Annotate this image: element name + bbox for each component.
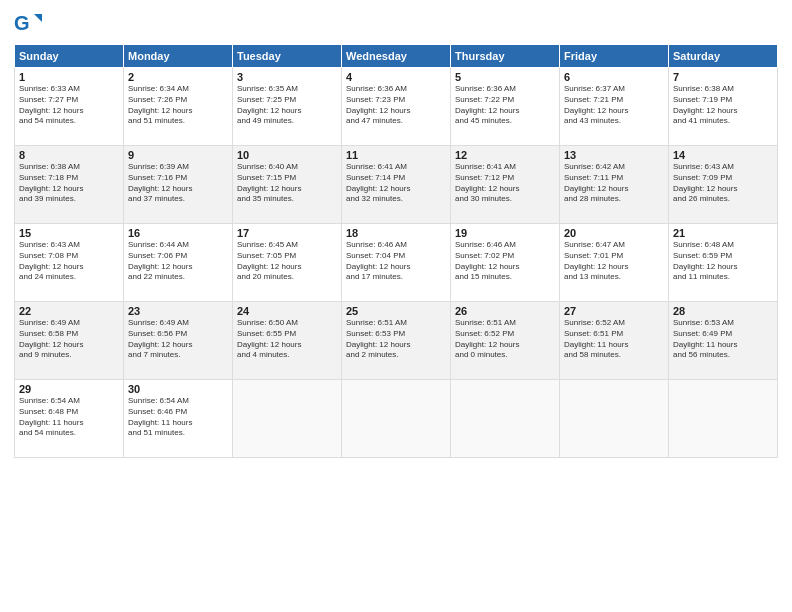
day-number: 26 [455, 305, 555, 317]
calendar-cell [233, 380, 342, 458]
day-number: 7 [673, 71, 773, 83]
calendar-cell: 2Sunrise: 6:34 AMSunset: 7:26 PMDaylight… [124, 68, 233, 146]
day-info: Sunrise: 6:53 AMSunset: 6:49 PMDaylight:… [673, 318, 773, 361]
weekday-header-friday: Friday [560, 45, 669, 68]
day-info: Sunrise: 6:36 AMSunset: 7:23 PMDaylight:… [346, 84, 446, 127]
day-info: Sunrise: 6:50 AMSunset: 6:55 PMDaylight:… [237, 318, 337, 361]
svg-marker-1 [34, 14, 42, 22]
calendar-cell [669, 380, 778, 458]
day-number: 16 [128, 227, 228, 239]
day-info: Sunrise: 6:41 AMSunset: 7:12 PMDaylight:… [455, 162, 555, 205]
day-number: 14 [673, 149, 773, 161]
day-info: Sunrise: 6:41 AMSunset: 7:14 PMDaylight:… [346, 162, 446, 205]
day-number: 9 [128, 149, 228, 161]
day-info: Sunrise: 6:54 AMSunset: 6:48 PMDaylight:… [19, 396, 119, 439]
calendar-cell: 17Sunrise: 6:45 AMSunset: 7:05 PMDayligh… [233, 224, 342, 302]
day-info: Sunrise: 6:46 AMSunset: 7:04 PMDaylight:… [346, 240, 446, 283]
day-info: Sunrise: 6:36 AMSunset: 7:22 PMDaylight:… [455, 84, 555, 127]
svg-text:G: G [14, 12, 30, 34]
calendar-cell: 23Sunrise: 6:49 AMSunset: 6:56 PMDayligh… [124, 302, 233, 380]
calendar-table: SundayMondayTuesdayWednesdayThursdayFrid… [14, 44, 778, 458]
day-info: Sunrise: 6:38 AMSunset: 7:19 PMDaylight:… [673, 84, 773, 127]
day-number: 19 [455, 227, 555, 239]
day-info: Sunrise: 6:33 AMSunset: 7:27 PMDaylight:… [19, 84, 119, 127]
calendar-cell: 16Sunrise: 6:44 AMSunset: 7:06 PMDayligh… [124, 224, 233, 302]
page-header: G [14, 10, 778, 38]
day-number: 11 [346, 149, 446, 161]
weekday-header-row: SundayMondayTuesdayWednesdayThursdayFrid… [15, 45, 778, 68]
day-number: 23 [128, 305, 228, 317]
day-number: 28 [673, 305, 773, 317]
calendar-week-4: 22Sunrise: 6:49 AMSunset: 6:58 PMDayligh… [15, 302, 778, 380]
day-info: Sunrise: 6:54 AMSunset: 6:46 PMDaylight:… [128, 396, 228, 439]
calendar-cell: 10Sunrise: 6:40 AMSunset: 7:15 PMDayligh… [233, 146, 342, 224]
weekday-header-monday: Monday [124, 45, 233, 68]
calendar-cell: 1Sunrise: 6:33 AMSunset: 7:27 PMDaylight… [15, 68, 124, 146]
day-number: 12 [455, 149, 555, 161]
weekday-header-thursday: Thursday [451, 45, 560, 68]
calendar-week-3: 15Sunrise: 6:43 AMSunset: 7:08 PMDayligh… [15, 224, 778, 302]
calendar-cell: 5Sunrise: 6:36 AMSunset: 7:22 PMDaylight… [451, 68, 560, 146]
calendar-week-1: 1Sunrise: 6:33 AMSunset: 7:27 PMDaylight… [15, 68, 778, 146]
day-info: Sunrise: 6:38 AMSunset: 7:18 PMDaylight:… [19, 162, 119, 205]
calendar-cell: 20Sunrise: 6:47 AMSunset: 7:01 PMDayligh… [560, 224, 669, 302]
day-number: 15 [19, 227, 119, 239]
day-number: 30 [128, 383, 228, 395]
day-info: Sunrise: 6:49 AMSunset: 6:58 PMDaylight:… [19, 318, 119, 361]
calendar-cell: 7Sunrise: 6:38 AMSunset: 7:19 PMDaylight… [669, 68, 778, 146]
day-info: Sunrise: 6:51 AMSunset: 6:53 PMDaylight:… [346, 318, 446, 361]
day-info: Sunrise: 6:45 AMSunset: 7:05 PMDaylight:… [237, 240, 337, 283]
calendar-cell: 6Sunrise: 6:37 AMSunset: 7:21 PMDaylight… [560, 68, 669, 146]
day-info: Sunrise: 6:42 AMSunset: 7:11 PMDaylight:… [564, 162, 664, 205]
day-number: 29 [19, 383, 119, 395]
calendar-cell: 24Sunrise: 6:50 AMSunset: 6:55 PMDayligh… [233, 302, 342, 380]
calendar-cell: 21Sunrise: 6:48 AMSunset: 6:59 PMDayligh… [669, 224, 778, 302]
day-info: Sunrise: 6:39 AMSunset: 7:16 PMDaylight:… [128, 162, 228, 205]
calendar-cell: 30Sunrise: 6:54 AMSunset: 6:46 PMDayligh… [124, 380, 233, 458]
day-info: Sunrise: 6:40 AMSunset: 7:15 PMDaylight:… [237, 162, 337, 205]
calendar-cell: 26Sunrise: 6:51 AMSunset: 6:52 PMDayligh… [451, 302, 560, 380]
logo-icon: G [14, 10, 42, 38]
day-number: 10 [237, 149, 337, 161]
calendar-cell: 14Sunrise: 6:43 AMSunset: 7:09 PMDayligh… [669, 146, 778, 224]
day-info: Sunrise: 6:44 AMSunset: 7:06 PMDaylight:… [128, 240, 228, 283]
calendar-week-5: 29Sunrise: 6:54 AMSunset: 6:48 PMDayligh… [15, 380, 778, 458]
calendar-cell: 8Sunrise: 6:38 AMSunset: 7:18 PMDaylight… [15, 146, 124, 224]
day-number: 27 [564, 305, 664, 317]
day-info: Sunrise: 6:48 AMSunset: 6:59 PMDaylight:… [673, 240, 773, 283]
calendar-cell: 15Sunrise: 6:43 AMSunset: 7:08 PMDayligh… [15, 224, 124, 302]
day-info: Sunrise: 6:46 AMSunset: 7:02 PMDaylight:… [455, 240, 555, 283]
weekday-header-saturday: Saturday [669, 45, 778, 68]
calendar-cell: 19Sunrise: 6:46 AMSunset: 7:02 PMDayligh… [451, 224, 560, 302]
day-number: 20 [564, 227, 664, 239]
calendar-cell: 25Sunrise: 6:51 AMSunset: 6:53 PMDayligh… [342, 302, 451, 380]
calendar-cell: 18Sunrise: 6:46 AMSunset: 7:04 PMDayligh… [342, 224, 451, 302]
day-number: 18 [346, 227, 446, 239]
calendar-cell: 3Sunrise: 6:35 AMSunset: 7:25 PMDaylight… [233, 68, 342, 146]
day-info: Sunrise: 6:52 AMSunset: 6:51 PMDaylight:… [564, 318, 664, 361]
weekday-header-tuesday: Tuesday [233, 45, 342, 68]
day-number: 1 [19, 71, 119, 83]
calendar-cell: 27Sunrise: 6:52 AMSunset: 6:51 PMDayligh… [560, 302, 669, 380]
day-number: 21 [673, 227, 773, 239]
day-number: 22 [19, 305, 119, 317]
day-number: 3 [237, 71, 337, 83]
day-number: 17 [237, 227, 337, 239]
day-info: Sunrise: 6:43 AMSunset: 7:08 PMDaylight:… [19, 240, 119, 283]
day-info: Sunrise: 6:37 AMSunset: 7:21 PMDaylight:… [564, 84, 664, 127]
day-info: Sunrise: 6:51 AMSunset: 6:52 PMDaylight:… [455, 318, 555, 361]
day-info: Sunrise: 6:35 AMSunset: 7:25 PMDaylight:… [237, 84, 337, 127]
calendar-cell: 29Sunrise: 6:54 AMSunset: 6:48 PMDayligh… [15, 380, 124, 458]
day-number: 2 [128, 71, 228, 83]
day-number: 25 [346, 305, 446, 317]
calendar-cell: 9Sunrise: 6:39 AMSunset: 7:16 PMDaylight… [124, 146, 233, 224]
day-number: 8 [19, 149, 119, 161]
calendar-cell: 4Sunrise: 6:36 AMSunset: 7:23 PMDaylight… [342, 68, 451, 146]
day-number: 5 [455, 71, 555, 83]
day-info: Sunrise: 6:49 AMSunset: 6:56 PMDaylight:… [128, 318, 228, 361]
calendar-cell: 22Sunrise: 6:49 AMSunset: 6:58 PMDayligh… [15, 302, 124, 380]
day-number: 6 [564, 71, 664, 83]
calendar-cell: 13Sunrise: 6:42 AMSunset: 7:11 PMDayligh… [560, 146, 669, 224]
calendar-cell [560, 380, 669, 458]
logo: G [14, 10, 44, 38]
